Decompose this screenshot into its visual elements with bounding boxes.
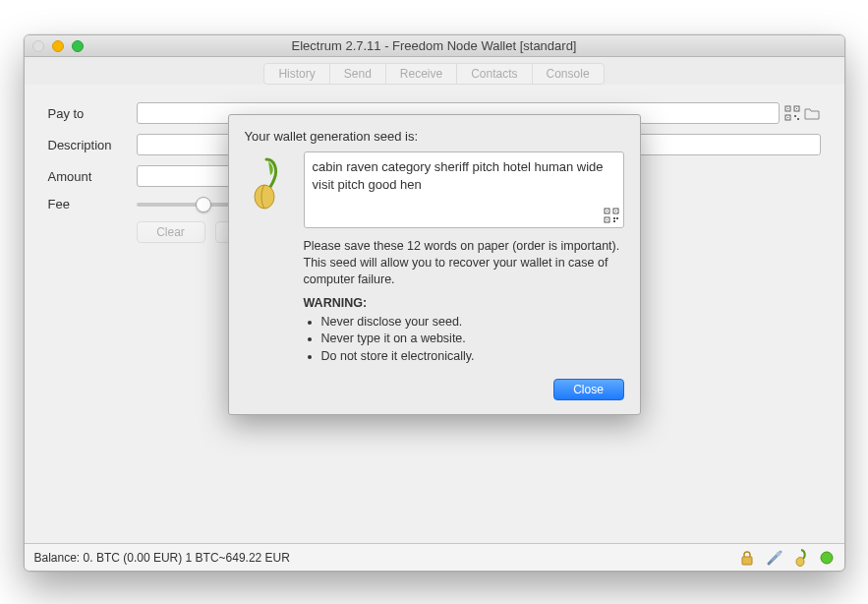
svg-rect-6: [794, 115, 796, 117]
warning-item-1: Never disclose your seed.: [321, 314, 624, 332]
tools-icon[interactable]: [766, 549, 783, 567]
seed-qr-icon[interactable]: [604, 208, 619, 223]
titlebar: Electrum 2.7.11 - Freedom Node Wallet [s…: [25, 35, 844, 57]
description-label: Description: [48, 138, 137, 152]
close-button[interactable]: Close: [553, 379, 624, 400]
tab-receive[interactable]: Receive: [386, 64, 457, 84]
svg-rect-7: [797, 118, 799, 120]
seed-modal: Your wallet generation seed is: cabin ra…: [228, 114, 641, 415]
window-title: Electrum 2.7.11 - Freedom Node Wallet [s…: [25, 38, 844, 53]
balance-text: Balance: 0. BTC (0.00 EUR) 1 BTC~649.22 …: [34, 551, 290, 565]
app-window: Electrum 2.7.11 - Freedom Node Wallet [s…: [24, 34, 845, 572]
svg-rect-13: [615, 211, 616, 211]
statusbar: Balance: 0. BTC (0.00 EUR) 1 BTC~649.22 …: [25, 543, 844, 571]
svg-rect-12: [607, 211, 608, 211]
svg-point-19: [776, 551, 780, 555]
svg-rect-18: [742, 557, 752, 565]
seed-phrase-text: cabin raven category sheriff pitch hotel…: [313, 159, 604, 192]
clear-button[interactable]: Clear: [137, 221, 205, 243]
svg-rect-17: [613, 220, 615, 222]
warning-label: WARNING:: [304, 296, 624, 310]
seed-textbox[interactable]: cabin raven category sheriff pitch hotel…: [304, 151, 624, 228]
tab-send[interactable]: Send: [330, 64, 386, 84]
seed-status-icon[interactable]: [793, 549, 809, 567]
svg-point-21: [821, 552, 833, 564]
lock-icon[interactable]: [738, 549, 756, 567]
svg-point-8: [255, 185, 274, 209]
warning-list: Never disclose your seed. Never type it …: [321, 314, 624, 366]
seed-instructions: Please save these 12 words on paper (ord…: [304, 238, 624, 288]
svg-rect-3: [787, 108, 788, 109]
svg-point-20: [796, 557, 804, 566]
svg-rect-5: [787, 117, 788, 118]
svg-rect-16: [616, 217, 618, 219]
amount-label: Amount: [48, 169, 137, 184]
pay-to-label: Pay to: [48, 106, 137, 121]
seed-modal-heading: Your wallet generation seed is:: [245, 129, 624, 144]
tab-bar: History Send Receive Contacts Console: [25, 57, 844, 85]
tab-history[interactable]: History: [264, 64, 329, 84]
warning-item-3: Do not store it electronically.: [321, 348, 624, 366]
tab-contacts[interactable]: Contacts: [457, 64, 532, 84]
svg-rect-15: [613, 217, 615, 219]
fee-slider-thumb[interactable]: [196, 197, 211, 212]
seed-icon: [245, 151, 294, 365]
svg-rect-14: [607, 219, 608, 220]
qr-scan-icon[interactable]: [783, 104, 801, 122]
network-status-icon[interactable]: [819, 550, 835, 566]
tab-console[interactable]: Console: [533, 64, 604, 84]
send-panel: Pay to Description Amount BTC EUR Max: [25, 85, 844, 543]
fee-label: Fee: [48, 197, 137, 211]
warning-item-2: Never type it on a website.: [321, 331, 624, 348]
svg-rect-4: [796, 108, 797, 109]
open-file-icon[interactable]: [803, 104, 821, 122]
